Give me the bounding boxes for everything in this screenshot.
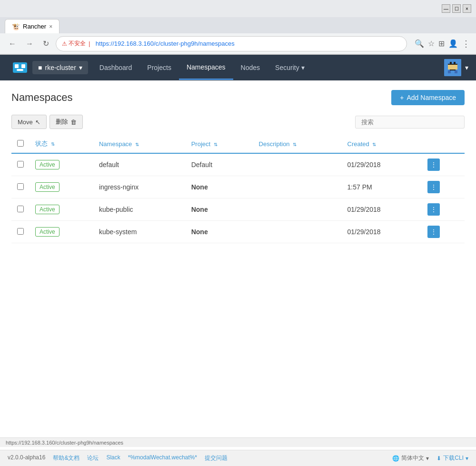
row-action-cell[interactable]: ⋮ — [422, 221, 465, 243]
delete-button[interactable]: 删除 🗑 — [50, 115, 83, 129]
download-arrow-icon: ▾ — [466, 455, 468, 462]
row-created: 01/29/2018 — [342, 153, 422, 176]
row-namespace: default — [93, 153, 186, 176]
row-namespace: kube-public — [93, 198, 186, 221]
svg-rect-7 — [454, 62, 456, 64]
row-description — [253, 153, 342, 176]
bookmark-icon[interactable]: ☆ — [428, 39, 435, 48]
download-label: 下载CLI — [443, 454, 464, 462]
extension-icon-1[interactable]: ⊞ — [438, 39, 445, 48]
status-badge: Active — [35, 182, 60, 192]
table-row: Active kube-public None 01/29/2018 ⋮ — [11, 198, 465, 221]
language-label: 简体中文 — [401, 454, 424, 462]
row-description — [253, 198, 342, 221]
col-project[interactable]: Project ⇅ — [186, 135, 253, 153]
forward-button[interactable]: → — [23, 39, 36, 49]
maximize-button[interactable]: ☐ — [452, 4, 461, 13]
back-button[interactable]: ← — [6, 39, 19, 49]
row-action-button-1[interactable]: ⋮ — [427, 181, 440, 193]
title-bar: — ☐ × — [0, 0, 476, 17]
avatar-image — [444, 59, 461, 76]
nav-security-label: Security — [275, 64, 299, 71]
description-sort-icon: ⇅ — [293, 142, 297, 147]
browser-tab[interactable]: 🐮 Rancher × — [5, 19, 60, 33]
row-checkbox-1[interactable] — [17, 183, 24, 190]
row-status: Active — [30, 153, 93, 176]
row-created: 01/29/2018 — [342, 198, 422, 221]
extension-icon-2[interactable]: 👤 — [448, 39, 458, 48]
row-action-cell[interactable]: ⋮ — [422, 176, 465, 198]
nav-security[interactable]: Security ▾ — [268, 56, 312, 79]
cluster-selector[interactable]: ■ rke-cluster ▾ — [32, 61, 88, 74]
footer-feedback-link[interactable]: 提交问题 — [205, 454, 228, 462]
status-sort-icon: ⇅ — [51, 141, 55, 147]
download-cli-button[interactable]: ⬇ 下载CLI ▾ — [436, 454, 468, 462]
svg-rect-3 — [21, 64, 25, 68]
row-checkbox-cell[interactable] — [11, 221, 30, 243]
minimize-button[interactable]: — — [442, 4, 450, 13]
nav-dashboard[interactable]: Dashboard — [92, 56, 140, 79]
nav-projects[interactable]: Projects — [139, 56, 179, 79]
row-checkbox-cell[interactable] — [11, 153, 30, 176]
row-checkbox-0[interactable] — [17, 161, 24, 168]
warning-text: 不安全 — [69, 40, 86, 48]
delete-label: 删除 — [56, 118, 68, 126]
row-created: 1:57 PM — [342, 176, 422, 198]
window-controls: — ☐ × — [442, 4, 471, 13]
nav-nodes[interactable]: Nodes — [233, 56, 268, 79]
svg-rect-10 — [450, 69, 456, 70]
row-checkbox-3[interactable] — [17, 228, 24, 235]
row-action-button-2[interactable]: ⋮ — [427, 203, 440, 216]
cluster-name: rke-cluster — [45, 64, 76, 71]
search-input[interactable] — [355, 116, 465, 129]
user-menu-arrow-icon[interactable]: ▾ — [465, 64, 468, 71]
language-selector[interactable]: 🌐 简体中文 ▾ — [392, 454, 429, 462]
svg-rect-6 — [450, 62, 452, 64]
row-action-cell[interactable]: ⋮ — [422, 198, 465, 221]
select-all-header[interactable] — [11, 135, 30, 153]
move-icon: ↖ — [35, 119, 40, 126]
select-all-checkbox[interactable] — [17, 140, 24, 147]
row-action-cell[interactable]: ⋮ — [422, 153, 465, 176]
cluster-dropdown-arrow-icon: ▾ — [79, 64, 82, 71]
row-checkbox-cell[interactable] — [11, 198, 30, 221]
url-bar[interactable]: ⚠ 不安全 | https://192.168.3.160/c/cluster-… — [56, 36, 407, 51]
add-namespace-button[interactable]: + Add Namespace — [391, 90, 465, 105]
move-button[interactable]: Move ↖ — [11, 115, 47, 129]
cluster-icon: ■ — [38, 64, 42, 71]
footer: v2.0.0-alpha16 帮助&文档 论坛 Slack *%modalWec… — [0, 450, 476, 466]
col-created[interactable]: Created ⇅ — [342, 135, 422, 153]
row-namespace: kube-system — [93, 221, 186, 243]
tab-title: Rancher — [23, 23, 46, 30]
user-avatar[interactable] — [444, 59, 461, 76]
col-description[interactable]: Description ⇅ — [253, 135, 342, 153]
footer-wechat-link[interactable]: *%modalWechat.wechat%* — [128, 454, 197, 462]
close-button[interactable]: × — [463, 4, 471, 13]
language-arrow-icon: ▾ — [426, 455, 429, 462]
col-actions — [422, 135, 465, 153]
svg-rect-4 — [17, 69, 23, 71]
browser-menu-button[interactable]: ⋮ — [462, 39, 470, 49]
url-icons: 🔍 ☆ ⊞ 👤 — [415, 39, 458, 48]
toolbar: Move ↖ 删除 🗑 — [11, 115, 465, 129]
col-namespace[interactable]: Namespace ⇅ — [93, 135, 186, 153]
app-nav: ■ rke-cluster ▾ Dashboard Projects Names… — [0, 55, 476, 80]
footer-forum-link[interactable]: 论坛 — [87, 454, 99, 462]
add-btn-label: Add Namespace — [407, 94, 456, 101]
row-status: Active — [30, 176, 93, 198]
footer-slack-link[interactable]: Slack — [106, 454, 120, 462]
row-action-button-3[interactable]: ⋮ — [427, 226, 440, 238]
search-icon[interactable]: 🔍 — [415, 39, 424, 48]
footer-help-link[interactable]: 帮助&文档 — [53, 454, 79, 462]
col-status[interactable]: 状态 ⇅ — [30, 135, 93, 153]
row-checkbox-2[interactable] — [17, 206, 24, 212]
row-checkbox-cell[interactable] — [11, 176, 30, 198]
row-action-button-0[interactable]: ⋮ — [427, 159, 440, 171]
nav-namespaces[interactable]: Namespaces — [179, 56, 233, 80]
tab-close-button[interactable]: × — [49, 23, 52, 30]
url-text: https://192.168.3.160/c/cluster-phg9h/na… — [96, 40, 235, 47]
reload-button[interactable]: ↻ — [40, 38, 52, 49]
app-logo — [8, 55, 32, 80]
row-project: None — [186, 198, 253, 221]
row-project: Default — [186, 153, 253, 176]
